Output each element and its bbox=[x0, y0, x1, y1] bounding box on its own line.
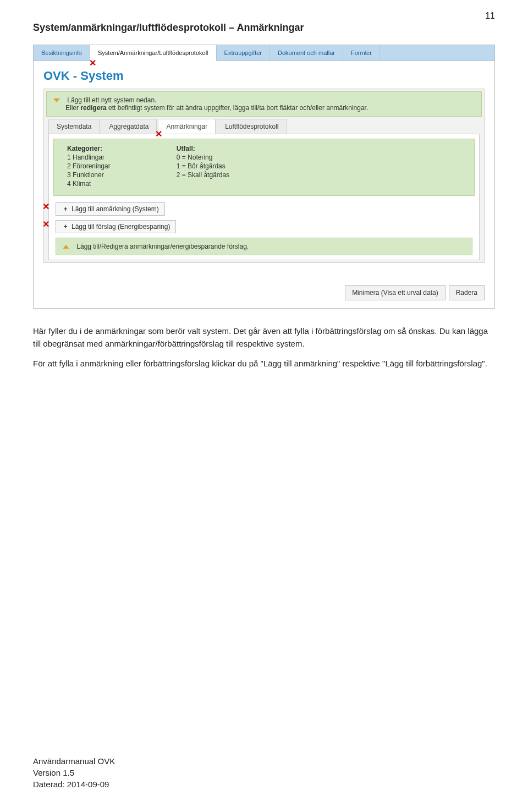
cat-1: 1 Handlingar bbox=[67, 153, 111, 161]
tab-formler[interactable]: Formler bbox=[343, 45, 380, 61]
chevron-down-icon bbox=[53, 98, 60, 102]
utfall-0: 0 = Notering bbox=[177, 153, 229, 161]
add-forslag-energi-button[interactable]: +Lägg till förslag (Energibesparing) bbox=[56, 220, 176, 233]
add-energy-row: ✕ +Lägg till förslag (Energibesparing) bbox=[51, 218, 477, 235]
tab-systemdata[interactable]: Systemdata bbox=[48, 119, 100, 134]
add-energy-label: Lägg till förslag (Energibesparing) bbox=[72, 223, 170, 231]
footer-version: Version 1.5 bbox=[33, 767, 115, 778]
tab-luftflodesprotokoll[interactable]: Luftflödesprotokoll bbox=[217, 119, 287, 134]
tab-aggregatdata[interactable]: Aggregatdata bbox=[101, 119, 157, 134]
ovk-system-heading: OVK - System bbox=[34, 61, 494, 89]
page-number: 11 bbox=[485, 11, 495, 21]
minimize-button[interactable]: Minimera (Visa ett urval data) bbox=[345, 285, 446, 300]
anmarkningar-content: Kategorier: 1 Handlingar 2 Föroreningar … bbox=[48, 134, 480, 260]
close-icon: ✕ bbox=[155, 129, 162, 139]
paragraph-1: Här fyller du i de anmärkningar som berö… bbox=[33, 325, 495, 350]
categories-title: Kategorier: bbox=[67, 145, 102, 152]
add-system-label: Lägg till anmärkning (System) bbox=[72, 205, 159, 213]
bottom-hint-band: Lägg till/Redigera anmärkningar/energibe… bbox=[56, 238, 472, 255]
utfall-2: 2 = Skall åtgärdas bbox=[177, 171, 229, 179]
close-icon: ✕ bbox=[89, 58, 96, 68]
outer-tabstrip: Besiktningsinfo System/Anmärkningar/Luft… bbox=[34, 45, 494, 61]
system-panel: Lägg till ett nytt system nedan. Eller r… bbox=[43, 89, 485, 263]
paragraph-2: För att fylla i anmärkning eller förbätt… bbox=[33, 358, 495, 370]
footer-title: Användarmanual OVK bbox=[33, 755, 115, 767]
hint-line1: Lägg till ett nytt system nedan. bbox=[67, 96, 156, 104]
page-footer: Användarmanual OVK Version 1.5 Daterad: … bbox=[33, 755, 115, 790]
close-icon: ✕ bbox=[42, 201, 50, 212]
tab-anmarkningar[interactable]: Anmärkningar ✕ bbox=[158, 119, 216, 134]
app-screenshot: Besiktningsinfo System/Anmärkningar/Luft… bbox=[33, 45, 495, 309]
top-hint-band: Lägg till ett nytt system nedan. Eller r… bbox=[46, 91, 482, 117]
bottom-button-row: Minimera (Visa ett urval data) Radera bbox=[34, 279, 494, 308]
hint-line2: Eller redigera ett befintligt system för… bbox=[65, 104, 368, 112]
add-anmarkning-system-button[interactable]: +Lägg till anmärkning (System) bbox=[56, 202, 165, 216]
cat-3: 3 Funktioner bbox=[67, 171, 111, 179]
delete-button[interactable]: Radera bbox=[449, 285, 485, 300]
bottom-hint-text: Lägg till/Redigera anmärkningar/energibe… bbox=[76, 243, 249, 250]
utfall-column: Utfall: 0 = Notering 1 = Bör åtgärdas 2 … bbox=[177, 145, 229, 188]
utfall-title: Utfall: bbox=[177, 145, 195, 152]
tab-system-anmarkningar[interactable]: System/Anmärkningar/Luftflödesprotokoll … bbox=[90, 45, 217, 61]
section-title: System/anmärkningar/luftflödesprotokoll … bbox=[33, 22, 495, 34]
tab-extrauppgifter[interactable]: Extrauppgifter bbox=[217, 45, 270, 61]
cat-2: 2 Föroreningar bbox=[67, 162, 111, 170]
hint2-suffix: ett befintligt system för att ändra uppg… bbox=[107, 104, 369, 112]
categories-box: Kategorier: 1 Handlingar 2 Föroreningar … bbox=[53, 139, 475, 196]
plus-icon: + bbox=[62, 205, 69, 213]
add-system-row: ✕ +Lägg till anmärkning (System) bbox=[51, 200, 477, 218]
footer-date: Daterad: 2014-09-09 bbox=[33, 778, 115, 790]
cat-4: 4 Klimat bbox=[67, 180, 111, 188]
close-icon: ✕ bbox=[42, 219, 50, 229]
categories-column: Kategorier: 1 Handlingar 2 Föroreningar … bbox=[67, 145, 111, 188]
tab-anmarkningar-label: Anmärkningar bbox=[166, 123, 207, 130]
tab-dokument-mallar[interactable]: Dokument och mallar bbox=[270, 45, 343, 61]
tab-besiktningsinfo[interactable]: Besiktningsinfo bbox=[34, 45, 90, 61]
tab-system-label: System/Anmärkningar/Luftflödesprotokoll bbox=[98, 50, 208, 56]
utfall-1: 1 = Bör åtgärdas bbox=[177, 162, 229, 170]
plus-icon: + bbox=[62, 223, 69, 231]
chevron-up-icon bbox=[63, 245, 69, 249]
hint2-bold: redigera bbox=[80, 104, 106, 112]
inner-tabstrip: Systemdata Aggregatdata Anmärkningar ✕ L… bbox=[48, 119, 480, 134]
hint2-prefix: Eller bbox=[65, 104, 80, 112]
